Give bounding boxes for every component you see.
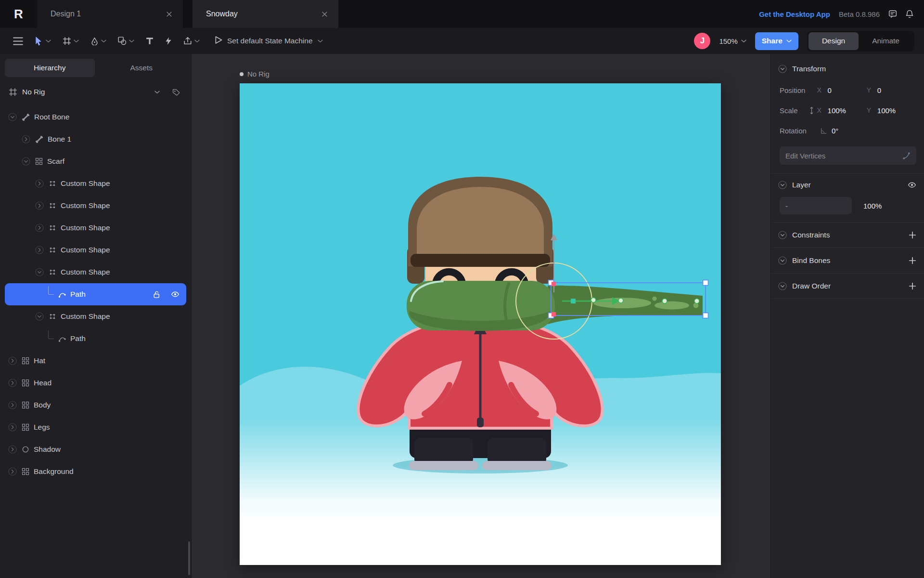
chevron-down-icon[interactable] [778, 281, 787, 291]
rig-selector[interactable]: No Rig [5, 81, 186, 103]
artboard[interactable] [240, 83, 721, 565]
bolt-tool-button[interactable] [161, 33, 176, 49]
menu-tool-button[interactable] [9, 33, 27, 49]
tab-snowday[interactable]: Snowday [192, 0, 338, 28]
inspector-panel: Transform Position X 0 Y 0 Scale X 100% … [770, 54, 924, 578]
rotation-input[interactable]: 0° [832, 127, 874, 135]
tree-item-custom-shape[interactable]: Custom Shape [0, 195, 191, 217]
add-bind-bone-button[interactable] [909, 257, 916, 264]
eye-icon[interactable] [171, 290, 180, 299]
tree-item-path[interactable]: Path [0, 328, 191, 350]
section-title: Draw Order [792, 282, 831, 290]
tree-item-hat[interactable]: Hat [0, 350, 191, 372]
animate-mode-button[interactable]: Animate [859, 32, 913, 50]
tree-item-custom-shape[interactable]: Custom Shape [0, 239, 191, 261]
chevron-down-icon[interactable] [778, 64, 787, 74]
export-tool-button[interactable] [179, 33, 204, 49]
close-icon[interactable] [320, 9, 330, 19]
tree-item-root-bone[interactable]: Root Bone [0, 106, 191, 128]
rive-logo-glyph: R [14, 7, 23, 22]
chevron-down-icon[interactable] [318, 39, 323, 43]
chevron-right-icon[interactable] [8, 422, 17, 432]
chevron-right-icon[interactable] [35, 245, 44, 255]
tree-item-bone-1[interactable]: Bone 1 [0, 128, 191, 150]
tree-item-scarf[interactable]: Scarf [0, 150, 191, 172]
share-button[interactable]: Share [755, 32, 798, 50]
bind-bones-section-header[interactable]: Bind Bones [771, 248, 924, 273]
tree-item-shadow[interactable]: Shadow [0, 438, 191, 460]
chevron-right-icon[interactable] [35, 179, 44, 188]
chevron-down-icon[interactable] [778, 180, 787, 190]
chevron-right-icon[interactable] [8, 356, 17, 366]
scale-x-input[interactable]: 100% [828, 106, 867, 115]
constraints-section-header[interactable]: Constraints [771, 223, 924, 248]
chevron-down-icon[interactable] [8, 112, 17, 122]
chevron-right-icon[interactable] [35, 201, 44, 210]
tab-hierarchy[interactable]: Hierarchy [5, 59, 95, 77]
add-draw-order-button[interactable] [909, 282, 916, 290]
chevron-down-icon[interactable] [74, 39, 79, 43]
chevron-down-icon[interactable] [194, 39, 200, 43]
cursor-tool-button[interactable] [30, 32, 55, 50]
feedback-icon[interactable] [888, 10, 897, 18]
artboard-tool-button[interactable] [58, 33, 83, 49]
tab-assets[interactable]: Assets [97, 59, 187, 77]
tag-icon[interactable] [172, 88, 180, 96]
chevron-down-icon[interactable] [46, 39, 51, 43]
chevron-down-icon[interactable] [778, 230, 787, 240]
tree-item-custom-shape[interactable]: Custom Shape [0, 305, 191, 328]
close-icon[interactable] [164, 9, 174, 19]
layer-opacity-input[interactable]: 100% [863, 202, 882, 210]
chevron-down-icon[interactable] [154, 91, 160, 94]
sidebar-scrollbar[interactable] [188, 541, 190, 575]
tree-item-custom-shape[interactable]: Custom Shape [0, 217, 191, 239]
zoom-control[interactable]: 150% [719, 37, 746, 45]
position-y-input[interactable]: 0 [877, 86, 916, 94]
tree-item-custom-shape[interactable]: Custom Shape [0, 172, 191, 195]
tree-item-head[interactable]: Head [0, 372, 191, 394]
blend-mode-select[interactable]: - [780, 197, 852, 214]
rig-badge[interactable]: No Rig [240, 70, 270, 78]
chevron-down-icon[interactable] [786, 39, 792, 43]
notifications-bell-icon[interactable] [906, 10, 913, 18]
chevron-down-icon[interactable] [101, 39, 106, 43]
tree-item-path[interactable]: Path [5, 283, 186, 305]
tree-item-legs[interactable]: Legs [0, 416, 191, 438]
chevron-right-icon[interactable] [8, 467, 17, 476]
edit-vertices-button[interactable]: Edit Vertices [780, 146, 916, 165]
rive-logo[interactable]: R [0, 0, 37, 28]
chevron-right-icon[interactable] [8, 400, 17, 410]
chevron-down-icon[interactable] [21, 157, 31, 166]
avatar[interactable]: J [694, 33, 710, 49]
chevron-down-icon[interactable] [741, 39, 746, 43]
tree-item-custom-shape[interactable]: Custom Shape [0, 261, 191, 283]
visibility-eye-icon[interactable] [908, 181, 916, 189]
tree-item-body[interactable]: Body [0, 394, 191, 416]
chevron-down-icon[interactable] [129, 39, 134, 43]
play-icon[interactable] [215, 36, 222, 46]
unlock-icon[interactable] [153, 290, 161, 299]
chevron-right-icon[interactable] [8, 445, 17, 454]
chevron-right-icon[interactable] [8, 378, 17, 388]
transform-section-header[interactable]: Transform [771, 58, 924, 80]
draw-order-section-header[interactable]: Draw Order [771, 274, 924, 299]
chevron-down-icon[interactable] [35, 312, 44, 321]
chevron-down-icon[interactable] [35, 267, 44, 277]
shapes-tool-button[interactable] [114, 33, 139, 49]
tab-design-1[interactable]: Design 1 [37, 0, 183, 28]
state-machine-control[interactable]: Set default State Machine [215, 36, 323, 46]
layer-section-header[interactable]: Layer [771, 174, 924, 196]
chevron-right-icon[interactable] [21, 134, 31, 144]
chevron-down-icon[interactable] [778, 256, 787, 265]
position-x-input[interactable]: 0 [828, 86, 867, 94]
pen-tool-button[interactable] [86, 33, 111, 49]
add-constraint-button[interactable] [909, 231, 916, 239]
get-desktop-app-link[interactable]: Get the Desktop App [759, 10, 830, 18]
uniform-scale-icon[interactable] [809, 106, 817, 115]
tree-item-background[interactable]: Background [0, 460, 191, 483]
design-mode-button[interactable]: Design [808, 32, 859, 50]
text-tool-button[interactable] [141, 33, 158, 49]
stage-canvas[interactable]: No Rig [192, 54, 770, 578]
scale-y-input[interactable]: 100% [877, 106, 916, 115]
chevron-right-icon[interactable] [35, 223, 44, 233]
